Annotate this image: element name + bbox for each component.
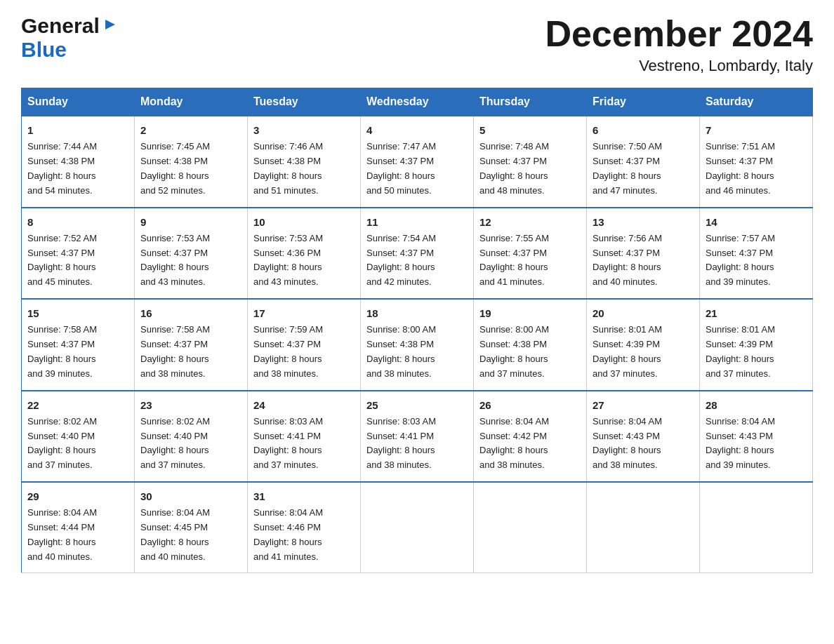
table-row: 8 Sunrise: 7:52 AM Sunset: 4:37 PM Dayli… <box>22 208 135 299</box>
col-thursday: Thursday <box>474 88 587 116</box>
table-row: 13 Sunrise: 7:56 AM Sunset: 4:37 PM Dayl… <box>587 208 700 299</box>
col-sunday: Sunday <box>22 88 135 116</box>
table-row: 24 Sunrise: 8:03 AM Sunset: 4:41 PM Dayl… <box>248 391 361 482</box>
day-info: Sunrise: 7:52 AM Sunset: 4:37 PM Dayligh… <box>27 232 128 290</box>
day-number: 12 <box>479 214 581 230</box>
day-info: Sunrise: 7:44 AM Sunset: 4:38 PM Dayligh… <box>27 140 128 198</box>
day-info: Sunrise: 8:04 AM Sunset: 4:45 PM Dayligh… <box>140 506 241 564</box>
day-number: 4 <box>366 122 468 138</box>
calendar-header-row: Sunday Monday Tuesday Wednesday Thursday… <box>22 88 813 116</box>
table-row: 31 Sunrise: 8:04 AM Sunset: 4:46 PM Dayl… <box>248 482 361 573</box>
calendar-week-row: 22 Sunrise: 8:02 AM Sunset: 4:40 PM Dayl… <box>22 391 813 482</box>
day-number: 11 <box>366 214 468 230</box>
day-number: 14 <box>706 214 807 230</box>
day-info: Sunrise: 7:55 AM Sunset: 4:37 PM Dayligh… <box>479 232 581 290</box>
calendar-week-row: 1 Sunrise: 7:44 AM Sunset: 4:38 PM Dayli… <box>22 116 813 207</box>
day-info: Sunrise: 8:01 AM Sunset: 4:39 PM Dayligh… <box>593 323 694 381</box>
day-number: 30 <box>140 488 241 504</box>
day-number: 31 <box>253 488 355 504</box>
table-row: 10 Sunrise: 7:53 AM Sunset: 4:36 PM Dayl… <box>248 208 361 299</box>
day-number: 24 <box>253 397 355 413</box>
day-info: Sunrise: 8:04 AM Sunset: 4:46 PM Dayligh… <box>253 506 355 564</box>
table-row: 9 Sunrise: 7:53 AM Sunset: 4:37 PM Dayli… <box>135 208 248 299</box>
table-row: 29 Sunrise: 8:04 AM Sunset: 4:44 PM Dayl… <box>22 482 135 573</box>
table-row: 4 Sunrise: 7:47 AM Sunset: 4:37 PM Dayli… <box>361 116 474 207</box>
page-header: General Blue December 2024 Vestreno, Lom… <box>21 14 813 75</box>
day-info: Sunrise: 8:04 AM Sunset: 4:43 PM Dayligh… <box>706 415 807 473</box>
day-info: Sunrise: 8:03 AM Sunset: 4:41 PM Dayligh… <box>366 415 468 473</box>
logo-arrow-icon <box>102 17 118 35</box>
table-row: 5 Sunrise: 7:48 AM Sunset: 4:37 PM Dayli… <box>474 116 587 207</box>
day-info: Sunrise: 7:54 AM Sunset: 4:37 PM Dayligh… <box>366 232 468 290</box>
col-tuesday: Tuesday <box>248 88 361 116</box>
col-saturday: Saturday <box>700 88 813 116</box>
day-number: 2 <box>140 122 241 138</box>
day-number: 19 <box>479 305 581 321</box>
logo-general: General <box>21 14 100 38</box>
day-number: 27 <box>593 397 694 413</box>
table-row: 3 Sunrise: 7:46 AM Sunset: 4:38 PM Dayli… <box>248 116 361 207</box>
day-info: Sunrise: 7:57 AM Sunset: 4:37 PM Dayligh… <box>706 232 807 290</box>
table-row: 30 Sunrise: 8:04 AM Sunset: 4:45 PM Dayl… <box>135 482 248 573</box>
day-info: Sunrise: 8:00 AM Sunset: 4:38 PM Dayligh… <box>479 323 581 381</box>
day-number: 25 <box>366 397 468 413</box>
day-number: 8 <box>27 214 128 230</box>
day-number: 3 <box>253 122 355 138</box>
day-number: 1 <box>27 122 128 138</box>
calendar-table: Sunday Monday Tuesday Wednesday Thursday… <box>21 88 813 573</box>
svg-marker-0 <box>105 20 115 29</box>
title-block: December 2024 Vestreno, Lombardy, Italy <box>545 14 813 75</box>
day-number: 29 <box>27 488 128 504</box>
day-info: Sunrise: 7:47 AM Sunset: 4:37 PM Dayligh… <box>366 140 468 198</box>
day-info: Sunrise: 8:00 AM Sunset: 4:38 PM Dayligh… <box>366 323 468 381</box>
day-info: Sunrise: 7:51 AM Sunset: 4:37 PM Dayligh… <box>706 140 807 198</box>
table-row: 23 Sunrise: 8:02 AM Sunset: 4:40 PM Dayl… <box>135 391 248 482</box>
table-row: 7 Sunrise: 7:51 AM Sunset: 4:37 PM Dayli… <box>700 116 813 207</box>
day-info: Sunrise: 7:46 AM Sunset: 4:38 PM Dayligh… <box>253 140 355 198</box>
table-row: 20 Sunrise: 8:01 AM Sunset: 4:39 PM Dayl… <box>587 299 700 390</box>
logo-blue: Blue <box>21 38 67 62</box>
table-row: 2 Sunrise: 7:45 AM Sunset: 4:38 PM Dayli… <box>135 116 248 207</box>
page-subtitle: Vestreno, Lombardy, Italy <box>545 57 813 75</box>
day-number: 13 <box>593 214 694 230</box>
table-row: 18 Sunrise: 8:00 AM Sunset: 4:38 PM Dayl… <box>361 299 474 390</box>
day-number: 6 <box>593 122 694 138</box>
col-wednesday: Wednesday <box>361 88 474 116</box>
table-row: 11 Sunrise: 7:54 AM Sunset: 4:37 PM Dayl… <box>361 208 474 299</box>
day-number: 20 <box>593 305 694 321</box>
day-info: Sunrise: 8:01 AM Sunset: 4:39 PM Dayligh… <box>706 323 807 381</box>
day-info: Sunrise: 7:58 AM Sunset: 4:37 PM Dayligh… <box>140 323 241 381</box>
day-info: Sunrise: 8:02 AM Sunset: 4:40 PM Dayligh… <box>140 415 241 473</box>
table-row: 12 Sunrise: 7:55 AM Sunset: 4:37 PM Dayl… <box>474 208 587 299</box>
logo: General Blue <box>21 14 118 65</box>
day-number: 22 <box>27 397 128 413</box>
table-row: 15 Sunrise: 7:58 AM Sunset: 4:37 PM Dayl… <box>22 299 135 390</box>
table-row: 6 Sunrise: 7:50 AM Sunset: 4:37 PM Dayli… <box>587 116 700 207</box>
table-row: 21 Sunrise: 8:01 AM Sunset: 4:39 PM Dayl… <box>700 299 813 390</box>
day-info: Sunrise: 8:02 AM Sunset: 4:40 PM Dayligh… <box>27 415 128 473</box>
table-row: 27 Sunrise: 8:04 AM Sunset: 4:43 PM Dayl… <box>587 391 700 482</box>
table-row <box>361 482 474 573</box>
day-info: Sunrise: 7:53 AM Sunset: 4:37 PM Dayligh… <box>140 232 241 290</box>
table-row: 26 Sunrise: 8:04 AM Sunset: 4:42 PM Dayl… <box>474 391 587 482</box>
day-number: 9 <box>140 214 241 230</box>
day-number: 7 <box>706 122 807 138</box>
day-info: Sunrise: 7:53 AM Sunset: 4:36 PM Dayligh… <box>253 232 355 290</box>
day-info: Sunrise: 7:59 AM Sunset: 4:37 PM Dayligh… <box>253 323 355 381</box>
day-info: Sunrise: 8:03 AM Sunset: 4:41 PM Dayligh… <box>253 415 355 473</box>
table-row: 1 Sunrise: 7:44 AM Sunset: 4:38 PM Dayli… <box>22 116 135 207</box>
table-row: 28 Sunrise: 8:04 AM Sunset: 4:43 PM Dayl… <box>700 391 813 482</box>
col-monday: Monday <box>135 88 248 116</box>
day-number: 10 <box>253 214 355 230</box>
day-info: Sunrise: 7:56 AM Sunset: 4:37 PM Dayligh… <box>593 232 694 290</box>
day-number: 15 <box>27 305 128 321</box>
day-number: 28 <box>706 397 807 413</box>
day-info: Sunrise: 8:04 AM Sunset: 4:44 PM Dayligh… <box>27 506 128 564</box>
table-row: 25 Sunrise: 8:03 AM Sunset: 4:41 PM Dayl… <box>361 391 474 482</box>
table-row: 14 Sunrise: 7:57 AM Sunset: 4:37 PM Dayl… <box>700 208 813 299</box>
day-info: Sunrise: 7:50 AM Sunset: 4:37 PM Dayligh… <box>593 140 694 198</box>
day-info: Sunrise: 7:48 AM Sunset: 4:37 PM Dayligh… <box>479 140 581 198</box>
calendar-week-row: 8 Sunrise: 7:52 AM Sunset: 4:37 PM Dayli… <box>22 208 813 299</box>
day-info: Sunrise: 7:58 AM Sunset: 4:37 PM Dayligh… <box>27 323 128 381</box>
col-friday: Friday <box>587 88 700 116</box>
